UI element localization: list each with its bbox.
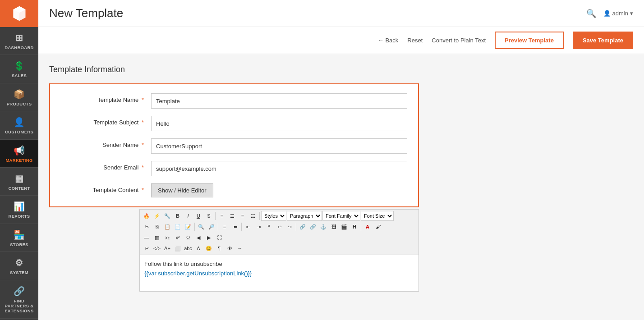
toolbar-fullscreen-button[interactable]: ⛶ — [214, 233, 224, 242]
toolbar-outdent-button[interactable]: ⇤ — [243, 222, 253, 232]
toolbar-font-a-button[interactable]: A — [193, 243, 203, 253]
toolbar-magento-icon[interactable]: 🔥 — [142, 211, 152, 221]
editor-content[interactable]: Follow this link to unsubscribe {{var su… — [140, 255, 419, 291]
preview-label: Preview Template — [505, 37, 554, 44]
toolbar-prev-page-button[interactable]: ◀ — [193, 233, 203, 242]
toolbar-replace-button[interactable]: 🔎 — [207, 222, 216, 232]
toolbar-code-button[interactable]: </> — [152, 243, 162, 253]
font-family-select[interactable]: Font Family — [322, 211, 360, 221]
toolbar-paste-word-button[interactable]: 📝 — [183, 222, 193, 232]
template-subject-label: Template Subject * — [61, 116, 151, 126]
toolbar-variable-icon[interactable]: ⚡ — [152, 211, 162, 221]
toolbar-align-left-button[interactable]: ≡ — [217, 211, 227, 221]
sidebar-item-marketing[interactable]: 📢 MARKETING — [0, 140, 38, 168]
marketing-icon: 📢 — [14, 145, 25, 156]
toolbar-para-button[interactable]: ¶ — [214, 243, 224, 253]
template-name-input[interactable] — [151, 93, 407, 109]
template-subject-input[interactable] — [151, 116, 407, 131]
toolbar-align-center-button[interactable]: ☰ — [227, 211, 237, 221]
template-name-label: Template Name * — [61, 93, 151, 103]
toolbar-search-button[interactable]: 🔍 — [196, 222, 206, 232]
sidebar-item-customers[interactable]: 👤 CUSTOMERS — [0, 111, 38, 139]
editor-toolbar: 🔥 ⚡ 🔧 B I U S ≡ ☰ ≡ ☷ Styles — [140, 210, 419, 255]
toolbar-align-right-button[interactable]: ≡ — [238, 211, 248, 221]
section-title: Template Information — [49, 65, 633, 74]
sidebar-item-sales[interactable]: 💲 SALES — [0, 55, 38, 83]
toolbar-list-ordered-button[interactable]: ≔ — [230, 222, 240, 232]
toolbar-undo-button[interactable]: ↩ — [274, 222, 284, 232]
toolbar-italic-button[interactable]: I — [183, 211, 193, 221]
toolbar-list-unordered-button[interactable]: ≡ — [220, 222, 230, 232]
toolbar-separator-1 — [215, 212, 216, 220]
toolbar-cut-button[interactable]: ✂ — [142, 222, 152, 232]
toolbar-table-button[interactable]: ▦ — [152, 233, 162, 242]
reports-icon: 📊 — [14, 201, 25, 212]
sidebar-item-partners[interactable]: 🔗 FIND PARTNERS & EXTENSIONS — [0, 280, 38, 319]
toolbar-next-page-button[interactable]: ▶ — [204, 233, 214, 242]
sidebar-item-reports[interactable]: 📊 REPORTS — [0, 196, 38, 224]
toolbar-row-2: ✂ ⎘ 📋 📄 📝 🔍 🔎 ≡ ≔ ⇤ ⇥ ❝ ↩ ↪ — [142, 222, 417, 232]
toolbar-bold-button[interactable]: B — [173, 211, 183, 221]
sender-email-row: Sender Email * — [61, 161, 407, 176]
styles-select[interactable]: Styles — [261, 211, 286, 221]
toolbar-sub-button[interactable]: x₂ — [162, 233, 172, 242]
sender-email-label: Sender Email * — [61, 161, 151, 171]
toolbar-image-button[interactable]: 🖼 — [329, 222, 339, 232]
toolbar-hr-button[interactable]: — — [142, 233, 152, 242]
toolbar-anchor-button[interactable]: ⚓ — [318, 222, 328, 232]
sidebar-label-content: CONTENT — [8, 186, 30, 191]
toolbar-preview-button[interactable]: 👁 — [225, 243, 235, 253]
customers-icon: 👤 — [14, 117, 25, 128]
sidebar-label-stores: STORES — [10, 242, 28, 247]
toolbar-blockquote-button[interactable]: ❝ — [264, 222, 274, 232]
search-icon[interactable]: 🔍 — [586, 9, 596, 18]
sender-name-label: Sender Name * — [61, 138, 151, 148]
editor-link[interactable]: {{var subscriber.getUnsubscriptionLink()… — [144, 270, 252, 277]
required-marker-5: * — [142, 187, 144, 193]
toolbar-bgcolor-button[interactable]: 🖌 — [373, 222, 383, 232]
toolbar-emoticons-button[interactable]: 😊 — [204, 243, 214, 253]
toolbar-copy-button[interactable]: ⎘ — [152, 222, 162, 232]
toolbar-underline-button[interactable]: U — [193, 211, 203, 221]
show-hide-editor-button[interactable]: Show / Hide Editor — [151, 183, 213, 197]
toolbar-unlink-button[interactable]: 🔗 — [308, 222, 318, 232]
toolbar-align-justify-button[interactable]: ☷ — [248, 211, 258, 221]
toolbar-strikethrough-button[interactable]: S — [204, 211, 214, 221]
toolbar-show-blocks-button[interactable]: ⬜ — [173, 243, 183, 253]
toolbar-font-size-inc-button[interactable]: A+ — [162, 243, 172, 253]
sidebar-item-content[interactable]: ▦ CONTENT — [0, 168, 38, 196]
reset-link[interactable]: Reset — [407, 37, 423, 44]
toolbar-redo-button[interactable]: ↪ — [285, 222, 294, 232]
toolbar-row-1: 🔥 ⚡ 🔧 B I U S ≡ ☰ ≡ ☷ Styles — [142, 211, 417, 221]
toolbar-link-button[interactable]: 🔗 — [298, 222, 308, 232]
back-link[interactable]: ← Back — [378, 37, 399, 44]
toolbar-resize-button[interactable]: ↔ — [235, 243, 245, 253]
sidebar-item-dashboard[interactable]: ⊞ DASHBOARD — [0, 27, 38, 55]
toolbar-paste-text-button[interactable]: 📄 — [173, 222, 183, 232]
sender-email-input[interactable] — [151, 161, 407, 176]
save-template-button[interactable]: Save Template — [573, 32, 633, 49]
sales-icon: 💲 — [14, 60, 25, 71]
toolbar-paste-button[interactable]: 📋 — [162, 222, 172, 232]
toolbar-abc-button[interactable]: abc — [183, 243, 193, 253]
toolbar-special-char-button[interactable]: Ω — [183, 233, 193, 242]
logo[interactable] — [0, 0, 38, 27]
user-menu[interactable]: 👤 admin ▾ — [603, 10, 633, 17]
toolbar-widget-icon[interactable]: 🔧 — [162, 211, 172, 221]
convert-plain-text-link[interactable]: Convert to Plain Text — [432, 37, 486, 44]
font-size-select[interactable]: Font Size — [361, 211, 394, 221]
toolbar-color-button[interactable]: A — [363, 222, 373, 232]
toolbar-crop-button[interactable]: ✂ — [142, 243, 152, 253]
sidebar-item-products[interactable]: 📦 PRODUCTS — [0, 83, 38, 111]
main-content: New Template 🔍 👤 admin ▾ ← Back Reset Co… — [38, 0, 644, 320]
sender-name-input[interactable] — [151, 138, 407, 154]
toolbar-indent-button[interactable]: ⇥ — [253, 222, 263, 232]
action-bar: ← Back Reset Convert to Plain Text Previ… — [38, 27, 644, 54]
toolbar-media-button[interactable]: 🎬 — [339, 222, 349, 232]
paragraph-select[interactable]: Paragraph — [287, 211, 322, 221]
preview-template-button[interactable]: Preview Template — [495, 32, 564, 49]
toolbar-html-button[interactable]: H — [350, 222, 359, 232]
toolbar-sup-button[interactable]: x² — [173, 233, 183, 242]
sidebar-item-stores[interactable]: 🏪 STORES — [0, 224, 38, 252]
sidebar-item-system[interactable]: ⚙ SYSTEM — [0, 252, 38, 280]
